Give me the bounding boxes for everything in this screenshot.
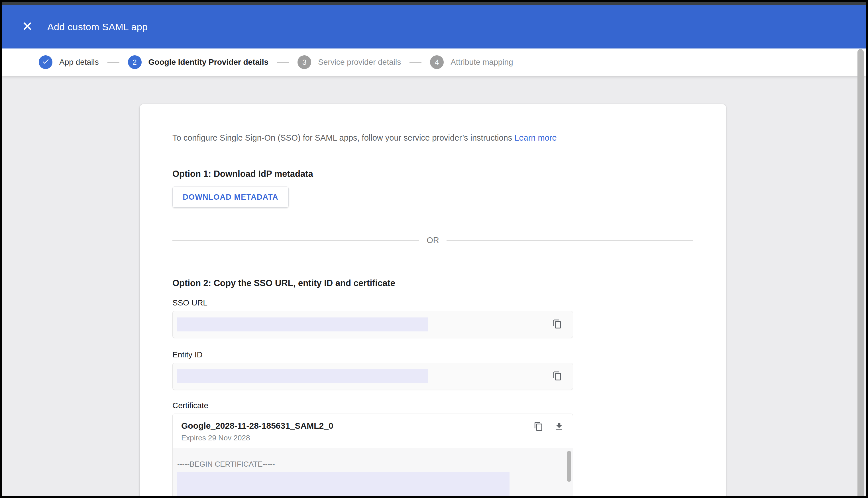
step-1-indicator <box>39 55 52 69</box>
entity-id-redacted-value <box>177 369 428 383</box>
close-icon <box>22 21 32 32</box>
certificate-scrollbar-thumb[interactable] <box>567 451 571 482</box>
step-1-label: App details <box>59 57 99 67</box>
certificate-download-button[interactable] <box>551 419 567 435</box>
step-google-idp-details[interactable]: 2 Google Identity Provider details <box>128 55 269 69</box>
check-icon <box>42 57 50 67</box>
intro-text-body: To configure Single Sign-On (SSO) for SA… <box>172 133 512 142</box>
certificate-label: Certificate <box>172 401 693 410</box>
certificate-expiry: Expires 29 Nov 2028 <box>181 433 564 442</box>
appbar: Add custom SAML app <box>2 5 866 49</box>
download-icon <box>554 422 564 432</box>
option2-heading: Option 2: Copy the SSO URL, entity ID an… <box>172 277 693 289</box>
download-metadata-button[interactable]: DOWNLOAD METADATA <box>172 186 289 208</box>
step-divider <box>107 62 119 63</box>
step-4-label: Attribute mapping <box>450 57 513 67</box>
stepper: App details 2 Google Identity Provider d… <box>2 49 866 76</box>
learn-more-link[interactable]: Learn more <box>514 133 557 142</box>
step-app-details[interactable]: App details <box>39 55 99 69</box>
sso-url-redacted-value <box>177 317 428 331</box>
certificate-body[interactable]: -----BEGIN CERTIFICATE----- <box>173 448 573 496</box>
copy-icon <box>553 371 562 382</box>
dialog-title: Add custom SAML app <box>47 22 148 32</box>
certificate-header: Google_2028-11-28-185631_SAML2_0 Expires… <box>173 414 573 448</box>
certificate-redacted-value <box>177 472 510 496</box>
sso-url-field[interactable] <box>172 311 573 338</box>
step-3-indicator: 3 <box>298 55 311 69</box>
step-2-indicator: 2 <box>128 55 141 69</box>
step-divider <box>409 62 421 63</box>
certificate-copy-button[interactable] <box>531 419 546 435</box>
close-button[interactable] <box>18 18 37 36</box>
sso-url-copy-button[interactable] <box>551 318 564 331</box>
entity-id-label: Entity ID <box>172 350 693 359</box>
step-3-label: Service provider details <box>318 57 401 67</box>
or-divider-label: OR <box>426 234 439 246</box>
copy-icon <box>553 319 562 330</box>
step-4-indicator: 4 <box>430 55 444 69</box>
certificate-box: Google_2028-11-28-185631_SAML2_0 Expires… <box>172 414 573 496</box>
entity-id-copy-button[interactable] <box>551 370 564 383</box>
sso-url-label: SSO URL <box>172 298 693 307</box>
dialog-content: To configure Single Sign-On (SSO) for SA… <box>2 76 866 496</box>
divider-line <box>172 240 419 241</box>
copy-icon <box>534 422 543 432</box>
window-top-edge <box>2 2 866 5</box>
intro-text: To configure Single Sign-On (SSO) for SA… <box>172 132 693 144</box>
step-attribute-mapping[interactable]: 4 Attribute mapping <box>430 55 513 69</box>
or-divider: OR <box>172 234 693 246</box>
step-service-provider-details[interactable]: 3 Service provider details <box>298 55 401 69</box>
page-scrollbar-thumb[interactable] <box>857 49 864 496</box>
certificate-name: Google_2028-11-28-185631_SAML2_0 <box>181 421 564 431</box>
dialog-window: Add custom SAML app App details 2 Google… <box>0 0 868 498</box>
idp-details-card: To configure Single Sign-On (SSO) for SA… <box>140 104 726 496</box>
step-2-label: Google Identity Provider details <box>148 57 269 67</box>
step-divider <box>277 62 289 63</box>
entity-id-field[interactable] <box>172 363 573 390</box>
divider-line <box>447 240 693 241</box>
certificate-actions <box>531 419 567 435</box>
option1-heading: Option 1: Download IdP metadata <box>172 168 693 180</box>
certificate-begin-line: -----BEGIN CERTIFICATE----- <box>177 459 573 469</box>
